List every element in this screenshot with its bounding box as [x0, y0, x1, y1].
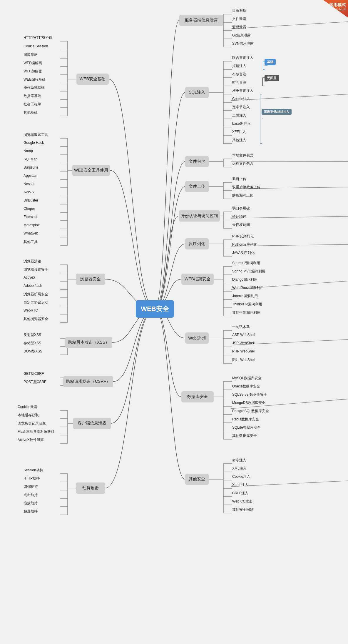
leaf-post-csrf: POST型CSRF: [24, 380, 46, 385]
branch-file-upload: 文件上传: [185, 181, 209, 192]
leaf-redis: Redis数据库安全: [232, 417, 259, 422]
leaf-二阶注入: 二阶注入: [232, 113, 246, 118]
branch-file-include: 文件包含: [185, 156, 209, 167]
tag-basic: 基础: [265, 59, 276, 65]
leaf-mysql: MySQL数据库安全: [232, 376, 262, 381]
leaf-choper: Choper: [24, 207, 35, 211]
branch-csrf: 跨站请求伪造（CSRF）: [63, 376, 113, 387]
leaf-double-upload: 双重后缀欺骗上传: [232, 185, 260, 190]
leaf-history: 浏览历史记录获取: [18, 421, 46, 426]
leaf-thinkphp: ThinkPHP漏洞利用: [232, 302, 262, 307]
leaf-sqlserver: SQLServer数据库安全: [232, 392, 267, 397]
leaf-cmd-inject: 命令注入: [232, 458, 246, 463]
leaf-parse-upload: 解析漏洞上传: [232, 193, 253, 198]
leaf-源码泄露: 源码泄露: [232, 25, 246, 30]
leaf-svn泄露: SVN信息泄露: [232, 41, 254, 46]
leaf-db-basic: 数据库基础: [24, 94, 41, 99]
leaf-dirbuster: DirBuster: [24, 198, 38, 202]
leaf-dom-xss: DOM型XSS: [24, 349, 42, 354]
branch-deserialize: 反序列化: [185, 238, 209, 249]
tag-advanced: 高级/特殊/绕过注入: [262, 109, 292, 115]
leaf-web-prog: WEB编程基础: [24, 77, 46, 82]
leaf-jsp-shell: JSP WebShell: [232, 341, 255, 345]
leaf-cookies-leak: Cookies泄露: [18, 405, 37, 410]
leaf-crlf: CRLF注入: [232, 491, 248, 496]
leaf-get-csrf: GET型CSRF: [24, 371, 44, 376]
leaf-reflected-xss: 反射型XSS: [24, 332, 41, 337]
leaf-webrtc: WebRTC: [24, 308, 38, 312]
leaf-base64: base64注入: [232, 121, 251, 126]
leaf-other-basic: 其他基础: [24, 110, 38, 115]
leaf-php-deser: PHP反序列化: [232, 234, 254, 239]
leaf-文件泄露: 文件泄露: [232, 16, 246, 21]
leaf-目录遍历: 目录遍历: [232, 8, 246, 13]
leaf-asp-shell: ASP WebShell: [232, 333, 255, 337]
branch-browser: 浏览器安全: [76, 274, 105, 285]
branch-web-basics: WEB安全基础: [76, 74, 109, 85]
branch-client-leak: 客户端信息泄露: [73, 418, 111, 429]
branch-hijack: 劫持攻击: [76, 482, 105, 494]
leaf-django: Django漏洞利用: [232, 277, 257, 282]
trial-badge: 试用模式 XMind JZEN: [313, 0, 348, 18]
leaf-google-hack: Google Hack: [24, 141, 44, 145]
leaf-http-hijack: HTTP劫持: [24, 476, 40, 481]
leaf-联合查询: 联合查询注入: [232, 55, 253, 60]
leaf-touch-hijack: 触屏劫持: [24, 509, 38, 514]
leaf-webcc: Web CC攻击: [232, 499, 252, 504]
branch-framework: WEB框架安全: [181, 274, 214, 285]
connections-svg: [0, 0, 348, 644]
leaf-报错注入: 报错注入: [232, 64, 246, 69]
leaf-joomla: Joomla漏洞利用: [232, 294, 258, 299]
leaf-social-eng: 社会工程学: [24, 102, 41, 107]
branch-sql: SQL注入: [185, 87, 209, 98]
leaf-时间盲注: 时间盲注: [232, 80, 246, 85]
leaf-other-security: 其他安全问题: [232, 507, 253, 512]
leaf-browser-sandbox: 浏览器沙箱: [24, 259, 41, 264]
leaf-springmvc: Spring MVC漏洞利用: [232, 269, 265, 274]
branch-db: 数据库安全: [181, 391, 214, 402]
leaf-ettercap: Ettercap: [24, 215, 37, 219]
leaf-oracle: Oracle数据库安全: [232, 384, 260, 389]
leaf-cookie注入sql: Cookie注入: [232, 96, 250, 101]
leaf-unauth: 未授权访问: [232, 222, 250, 227]
leaf-other-framework: 其他框架漏洞利用: [232, 310, 260, 315]
leaf-local-include: 本地文件包含: [232, 153, 253, 158]
leaf-mongodb: MongoDB数据库安全: [232, 400, 265, 405]
leaf-browser-settings: 浏览器设置安全: [24, 267, 48, 272]
leaf-nessus: Nessus: [24, 182, 35, 186]
tag-blind: 无回显: [265, 75, 279, 81]
leaf-custom-proto: 自定义协议启动: [24, 300, 48, 305]
branch-auth: 身份认证与访问控制: [179, 210, 220, 222]
leaf-dns-hijack: DNS劫持: [24, 484, 38, 489]
leaf-sqlite: SQLite数据库安全: [232, 425, 261, 430]
leaf-stored-xss: 存储型XSS: [24, 341, 41, 346]
leaf-other-db: 其他数据库安全: [232, 433, 257, 438]
svg-line-33: [231, 216, 348, 218]
leaf-truncate-upload: 截断上传: [232, 177, 246, 182]
leaf-布尔盲注: 布尔盲注: [232, 72, 246, 77]
leaf-local-cache: 本地缓存获取: [18, 413, 39, 418]
leaf-wordpress: WordPress漏洞利用: [232, 285, 264, 290]
leaf-sqlmap: SQLMap: [24, 157, 37, 161]
leaf-burpsuite: Burpsuite: [24, 165, 39, 169]
leaf-adobe-flash: Adobe flash: [24, 284, 42, 288]
leaf-java-deser: JAVA反序列化: [232, 250, 255, 255]
leaf-os-basic: 操作系统基础: [24, 85, 45, 90]
center-label: WEB安全: [141, 304, 169, 313]
leaf-flash-shared: Flash本地共享对象获取: [18, 429, 54, 434]
branch-server-leak: 服务器端信息泄露: [179, 15, 223, 26]
leaf-nmap: Nmap: [24, 149, 33, 153]
leaf-session-hijack: Session劫持: [24, 468, 43, 473]
leaf-appscan: Appscan: [24, 174, 37, 178]
leaf-browser-ext: 浏览器扩展安全: [24, 292, 48, 297]
svg-line-0: [231, 20, 348, 29]
leaf-web-encrypt: WEB加解密: [24, 69, 42, 74]
leaf-postgresql: PostgreSQL数据库安全: [232, 409, 269, 414]
leaf-structs2: Structs 2漏洞利用: [232, 261, 260, 266]
leaf-img-shell: 图片 WebShell: [232, 357, 255, 362]
leaf-activex: ActiveX: [24, 275, 36, 279]
leaf-other-tools: 其他工具: [24, 239, 38, 244]
branch-other: 其他安全: [185, 474, 209, 485]
leaf-auth-bypass: 验证绕过: [232, 214, 246, 219]
leaf-other-sql: 其他注入: [232, 138, 246, 143]
